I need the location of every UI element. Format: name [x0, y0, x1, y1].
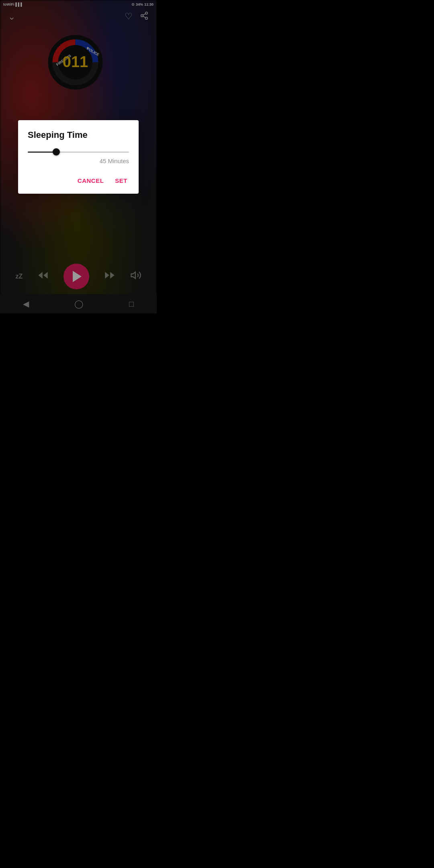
modal-overlay: Sleeping Time 45 Minutes CANCEL SET — [0, 0, 157, 313]
dialog-actions: CANCEL SET — [28, 174, 129, 187]
dialog-title: Sleeping Time — [28, 130, 129, 140]
sleeping-time-dialog: Sleeping Time 45 Minutes CANCEL SET — [18, 120, 139, 194]
slider-fill — [28, 151, 56, 153]
set-button[interactable]: SET — [113, 174, 129, 187]
slider-value-display: 45 Minutes — [28, 158, 129, 164]
cancel-button[interactable]: CANCEL — [76, 174, 106, 187]
slider-thumb[interactable] — [53, 148, 60, 156]
slider-track — [28, 151, 129, 153]
sleep-timer-slider-container: 45 Minutes — [28, 151, 129, 164]
